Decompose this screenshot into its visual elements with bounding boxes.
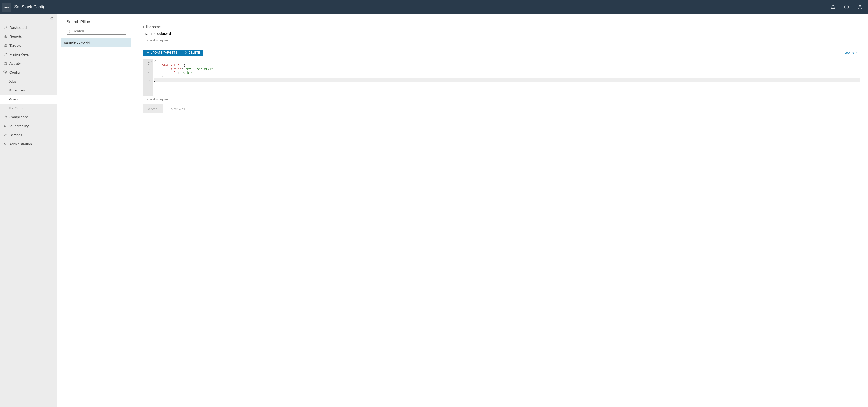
- cancel-button[interactable]: CANCEL: [166, 104, 191, 113]
- sidebar-item-label: Minion Keys: [9, 53, 51, 56]
- chevron-right-icon: [51, 142, 54, 145]
- pillar-name-label: Pillar name: [143, 25, 861, 29]
- app-header: vmw SaltStack Config: [0, 0, 868, 14]
- sidebar-item-label: Reports: [9, 34, 54, 38]
- pillar-name-input[interactable]: [143, 31, 219, 37]
- grid-icon: [3, 43, 8, 47]
- svg-point-18: [67, 30, 69, 32]
- gear-icon: [3, 70, 8, 74]
- divider: [839, 4, 839, 10]
- editor-required-hint: This field is required: [143, 98, 861, 101]
- main-panel: Pillar name This field is required UPDAT…: [135, 14, 868, 407]
- sidebar-subitem-file-server[interactable]: File Server: [0, 104, 57, 112]
- save-button[interactable]: SAVE: [143, 104, 163, 113]
- chevron-double-icon: [146, 51, 149, 54]
- sliders-icon: [3, 133, 8, 137]
- vmware-logo: vmw: [2, 3, 11, 11]
- editor-gutter: 1▾ 2▾ 3 4 5 6: [143, 60, 153, 96]
- format-label: JSON: [845, 51, 854, 55]
- bug-icon: [3, 124, 8, 128]
- sidebar-subitem-jobs[interactable]: Jobs: [0, 77, 57, 86]
- required-hint: This field is required: [143, 39, 861, 42]
- svg-point-2: [859, 5, 861, 7]
- fold-icon[interactable]: ▾: [151, 60, 152, 64]
- svg-rect-5: [5, 35, 6, 38]
- barchart-icon: [3, 34, 8, 38]
- sidebar-item-administration[interactable]: Administration: [0, 139, 57, 148]
- sidebar-item-minion-keys[interactable]: Minion Keys: [0, 50, 57, 59]
- svg-point-11: [4, 54, 5, 55]
- chevron-right-icon: [51, 53, 54, 56]
- svg-rect-6: [6, 37, 7, 37]
- svg-point-17: [6, 135, 7, 135]
- sidebar-subitem-label: Pillars: [8, 97, 18, 101]
- chevron-down-icon: [51, 71, 54, 74]
- button-label: DELETE: [189, 51, 200, 54]
- editor-content[interactable]: { "dokuwiki": { "title": "My Super Wiki"…: [153, 60, 861, 96]
- divider: [852, 4, 852, 10]
- svg-rect-7: [4, 44, 5, 45]
- key-icon: [3, 53, 8, 56]
- sidebar-subitem-label: Schedules: [8, 88, 25, 92]
- svg-point-16: [5, 134, 6, 135]
- activity-icon: [3, 61, 8, 65]
- chevron-down-icon: [855, 52, 858, 54]
- sidebar-item-settings[interactable]: Settings: [0, 130, 57, 139]
- sidebar: Dashboard Reports Targets Minion Keys: [0, 14, 57, 407]
- delete-button[interactable]: DELETE: [181, 49, 204, 56]
- sidebar-item-targets[interactable]: Targets: [0, 41, 57, 50]
- button-label: UPDATE TARGETS: [151, 51, 178, 54]
- sidebar-item-reports[interactable]: Reports: [0, 32, 57, 41]
- update-targets-button[interactable]: UPDATE TARGETS: [143, 49, 181, 56]
- svg-rect-9: [4, 45, 5, 47]
- sidebar-item-label: Dashboard: [9, 26, 54, 30]
- search-pillars-title: Search Pillars: [61, 20, 131, 24]
- chevron-right-icon: [51, 125, 54, 127]
- svg-rect-10: [5, 45, 7, 47]
- app-title: SaltStack Config: [14, 4, 45, 9]
- action-button-group: UPDATE TARGETS DELETE: [143, 49, 204, 56]
- sidebar-item-label: Config: [9, 70, 51, 74]
- sidebar-item-label: Compliance: [9, 115, 51, 119]
- collapse-sidebar-button[interactable]: [0, 14, 57, 23]
- svg-point-13: [5, 72, 6, 73]
- wrench-icon: [3, 142, 8, 146]
- sidebar-item-label: Activity: [9, 61, 51, 65]
- format-dropdown[interactable]: JSON: [845, 51, 861, 55]
- search-icon: [67, 29, 71, 33]
- sidebar-item-label: Vulnerability: [9, 124, 51, 128]
- code-editor[interactable]: 1▾ 2▾ 3 4 5 6 { "dokuwiki": { "title": "…: [143, 60, 861, 96]
- user-icon[interactable]: [856, 3, 864, 11]
- help-icon[interactable]: [842, 3, 851, 11]
- sidebar-item-label: Settings: [9, 133, 51, 137]
- gauge-icon: [3, 26, 8, 29]
- svg-rect-8: [5, 44, 7, 45]
- sidebar-item-dashboard[interactable]: Dashboard: [0, 23, 57, 32]
- sidebar-item-vulnerability[interactable]: Vulnerability: [0, 122, 57, 130]
- sidebar-subitem-label: Jobs: [8, 79, 16, 83]
- trash-icon: [184, 51, 187, 54]
- sidebar-subitem-pillars[interactable]: Pillars: [0, 95, 57, 104]
- svg-rect-4: [4, 36, 4, 38]
- notifications-icon[interactable]: [829, 3, 837, 11]
- chevron-right-icon: [51, 133, 54, 136]
- sidebar-item-activity[interactable]: Activity: [0, 59, 57, 68]
- chevron-right-icon: [51, 115, 54, 118]
- fold-icon[interactable]: ▾: [151, 64, 152, 67]
- sidebar-item-compliance[interactable]: Compliance: [0, 112, 57, 122]
- svg-point-15: [4, 135, 5, 136]
- sidebar-subitem-schedules[interactable]: Schedules: [0, 86, 57, 95]
- shield-icon: [3, 115, 8, 119]
- chevron-right-icon: [51, 62, 54, 65]
- pillar-list-item[interactable]: sample dokuwiki: [61, 38, 131, 47]
- sidebar-item-config[interactable]: Config: [0, 68, 57, 77]
- pillar-list-panel: Search Pillars sample dokuwiki: [57, 14, 135, 407]
- search-input[interactable]: [73, 29, 126, 33]
- sidebar-subitem-label: File Server: [8, 106, 26, 110]
- sidebar-item-label: Targets: [9, 43, 54, 47]
- sidebar-item-label: Administration: [9, 142, 51, 146]
- search-field[interactable]: [67, 29, 126, 35]
